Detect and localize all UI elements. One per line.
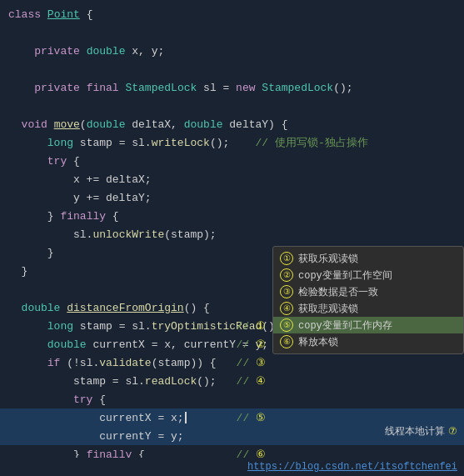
code-line: if (!sl. validate (stamp)) { // ③ — [0, 353, 464, 372]
tooltip-item-4: ④ 获取悲观读锁 — [273, 300, 463, 317]
code-line: } finally { — [0, 207, 464, 225]
tooltip-item-3: ③ 检验数据是否一致 — [273, 283, 463, 300]
thread-local-annotation: 线程本地计算 ⑦ — [385, 424, 464, 438]
code-line: try { — [0, 152, 464, 170]
tooltip-item-2: ② copy变量到工作空间 — [273, 267, 463, 283]
tooltip-item-5: ⑤ copy变量到工作内存 — [273, 317, 463, 333]
code-line: y += deltaY; — [0, 188, 464, 207]
tooltip-panel: ① 获取乐观读锁 ② copy变量到工作空间 ③ 检验数据是否一致 ④ 获取悲观… — [272, 246, 464, 354]
code-line: private double x, y; — [0, 42, 464, 60]
footer-bar: https://blog.csdn.net/itsoftchenfei — [0, 458, 464, 476]
tooltip-item-6: ⑥ 释放本锁 — [273, 333, 463, 350]
code-line: long stamp = sl. writeLock (); // 使用写锁-独… — [0, 133, 464, 152]
code-line: try { — [0, 390, 464, 408]
code-line: x += deltaX; — [0, 170, 464, 188]
tooltip-item-1: ① 获取乐观读锁 — [273, 250, 463, 267]
code-line: sl. unlockWrite (stamp); — [0, 225, 464, 243]
code-line — [0, 23, 464, 42]
code-line: class Point { — [0, 5, 464, 23]
code-line: void move ( double deltaX, double deltaY… — [0, 115, 464, 133]
code-line: stamp = sl. readLock (); // ④ — [0, 372, 464, 390]
code-container: class Point { private double x, y; priva… — [0, 0, 464, 476]
code-line — [0, 97, 464, 115]
code-line — [0, 60, 464, 78]
code-line: private final StampedLock sl = new Stamp… — [0, 78, 464, 97]
footer-url[interactable]: https://blog.csdn.net/itsoftchenfei — [247, 461, 457, 473]
